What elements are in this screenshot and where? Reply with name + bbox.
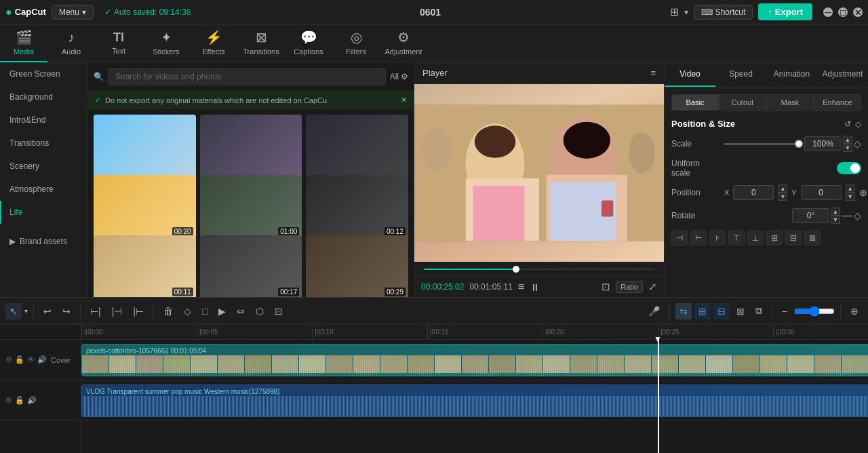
video-clip[interactable]: pexels-cottonbro-10576661 00:01:05:04 — [81, 344, 868, 376]
track-toggle-1[interactable]: ⇆ — [675, 303, 692, 319]
align-center-h-button[interactable]: ⊢ — [690, 231, 707, 245]
tab-video[interactable]: Video — [665, 62, 715, 87]
layout-icon[interactable]: ⊞ — [670, 5, 679, 18]
sidebar-item-transitions[interactable]: Transitions — [0, 132, 87, 155]
scale-down-button[interactable]: ▼ — [843, 144, 852, 152]
track-toggle-3[interactable]: ⊟ — [713, 303, 730, 319]
scrubber-svg[interactable] — [424, 265, 654, 273]
sub-tab-mask[interactable]: Mask — [766, 94, 814, 111]
layout-chevron-icon[interactable]: ▾ — [684, 7, 688, 17]
track-lock-icon[interactable]: 🔓 — [15, 355, 24, 364]
maximize-button[interactable]: □ — [838, 7, 848, 17]
toolbar-media[interactable]: 🎬 Media — [0, 24, 47, 62]
media-thumb-6[interactable]: 00:12 ⬇ — [306, 175, 408, 239]
sidebar-item-green-screen[interactable]: Green Screen — [0, 62, 87, 85]
shortcut-button[interactable]: ⌨ Shortcut — [694, 5, 753, 20]
zoom-out-button[interactable]: − — [778, 303, 791, 319]
scale-keyframe-icon[interactable]: ◇ — [854, 138, 861, 149]
media-thumb-9[interactable]: 00:29 — [306, 235, 408, 297]
crop-button[interactable]: ⊡ — [601, 281, 610, 293]
position-x-input[interactable] — [733, 185, 774, 200]
fullscreen-button[interactable]: ⤢ — [648, 281, 657, 293]
tab-speed[interactable]: Speed — [715, 62, 766, 87]
align-bottom-button[interactable]: ⊞ — [766, 231, 783, 245]
audio-clip[interactable]: VLOG Transparent summer pop music Wester… — [81, 385, 868, 417]
scale-slider[interactable] — [724, 143, 799, 145]
pause-button[interactable]: ⏸ — [530, 281, 540, 293]
sub-tab-cutout[interactable]: Cutout — [719, 94, 766, 111]
align-top-button[interactable]: ⊤ — [728, 231, 745, 245]
track-toggle-2[interactable]: ⊞ — [694, 303, 711, 319]
info-close-button[interactable]: ✕ — [401, 96, 407, 104]
select-tool[interactable]: ↖ — [5, 303, 22, 319]
track-visible-icon[interactable]: 👁 — [27, 355, 35, 364]
toolbar-effects[interactable]: ⚡ Effects — [190, 24, 237, 62]
toolbar-stickers[interactable]: ✦ Stickers — [142, 24, 190, 62]
player-menu-icon[interactable]: ≡ — [650, 68, 656, 78]
align-center-v-button[interactable]: ⊥ — [747, 231, 764, 245]
select-chevron-icon[interactable]: ▾ — [24, 307, 28, 315]
audio-track-volume-icon[interactable]: 🔊 — [27, 396, 37, 405]
media-thumb-4[interactable]: 00:20 ⬇ — [94, 175, 196, 239]
media-thumb-3[interactable]: ⬇ — [306, 115, 408, 178]
toolbar-transitions[interactable]: ⊠ Transitions — [237, 24, 285, 62]
play-button[interactable]: ▶ — [214, 303, 230, 319]
toolbar-adjustment[interactable]: ⚙ Adjustment — [380, 24, 427, 62]
mic-button[interactable]: 🎤 — [644, 303, 664, 319]
crop-tool-2[interactable]: ⊡ — [271, 303, 287, 319]
mirror-button[interactable]: ⇔ — [233, 303, 249, 319]
tab-adjustment[interactable]: Adjustment — [817, 62, 868, 87]
media-thumb-7[interactable]: 00:11 — [94, 235, 196, 297]
sidebar-item-brand-assets[interactable]: ▶ Brand assets — [0, 230, 87, 253]
position-keyframe-icon[interactable]: ⊕ — [859, 187, 867, 198]
audio-track-settings-icon[interactable]: ⚙ — [5, 396, 12, 405]
media-thumb-8[interactable]: 00:17 — [200, 235, 302, 297]
redo-button[interactable]: ↪ — [58, 303, 75, 319]
split-end-button[interactable]: |⊢ — [129, 303, 148, 319]
filter-all-button[interactable]: All ⚙ — [390, 72, 408, 81]
align-right-button[interactable]: ⊦ — [709, 231, 726, 245]
scale-input[interactable] — [804, 136, 842, 151]
align-7-button[interactable]: ⊟ — [785, 231, 802, 245]
delete-button[interactable]: 🗑 — [159, 303, 177, 319]
tab-animation[interactable]: Animation — [766, 62, 817, 87]
undo-button[interactable]: ↩ — [39, 303, 56, 319]
track-settings-icon[interactable]: ⚙ — [5, 355, 12, 364]
sidebar-item-intro-end[interactable]: Intro&End — [0, 109, 87, 132]
sub-tab-enhance[interactable]: Enhance — [814, 94, 861, 111]
track-audio-icon[interactable]: 🔊 — [37, 355, 47, 364]
media-thumb-1[interactable]: ⬇ — [94, 115, 196, 178]
rotate-down-button[interactable]: ▼ — [831, 216, 840, 224]
rotate-input[interactable] — [792, 208, 829, 223]
search-input[interactable] — [108, 68, 386, 85]
media-thumb-5[interactable]: 01:00 — [200, 175, 302, 239]
y-up-button[interactable]: ▲ — [846, 184, 855, 193]
audio-track-lock-icon[interactable]: 🔓 — [15, 396, 24, 405]
split-all-button[interactable]: ⊠ — [732, 303, 749, 319]
menu-button[interactable]: Menu ▾ — [52, 5, 94, 20]
sidebar-item-atmosphere[interactable]: Atmosphere — [0, 178, 87, 201]
sidebar-item-life[interactable]: Life — [0, 201, 87, 224]
align-8-button[interactable]: ⊠ — [804, 231, 821, 245]
close-button[interactable]: ✕ — [853, 7, 863, 17]
sidebar-item-background[interactable]: Background — [0, 85, 87, 109]
sub-tab-basic[interactable]: Basic — [671, 94, 719, 111]
position-y-input[interactable] — [801, 185, 842, 200]
scale-up-button[interactable]: ▲ — [843, 136, 852, 144]
y-down-button[interactable]: ▼ — [846, 193, 855, 201]
align-left-button[interactable]: ⊣ — [671, 231, 688, 245]
link-button[interactable]: ⧉ — [751, 302, 766, 319]
split-start-button[interactable]: ⊢| — [86, 303, 105, 319]
minimize-button[interactable]: ─ — [823, 7, 833, 17]
media-thumb-2[interactable]: ⬇ — [200, 115, 302, 178]
export-button[interactable]: ↑ Export — [758, 3, 812, 20]
ratio-button[interactable]: Ratio — [616, 281, 643, 293]
split-button[interactable]: |⊣ — [108, 303, 127, 319]
toolbar-captions[interactable]: 💬 Captions — [285, 24, 332, 62]
zoom-slider[interactable] — [794, 306, 835, 317]
reset-icon[interactable]: ↺ — [844, 119, 851, 129]
rotate-minus-icon[interactable]: — — [842, 210, 852, 222]
x-down-button[interactable]: ▼ — [778, 193, 787, 201]
rotate-up-button[interactable]: ▲ — [831, 208, 840, 216]
crop-tool[interactable]: □ — [198, 303, 212, 319]
